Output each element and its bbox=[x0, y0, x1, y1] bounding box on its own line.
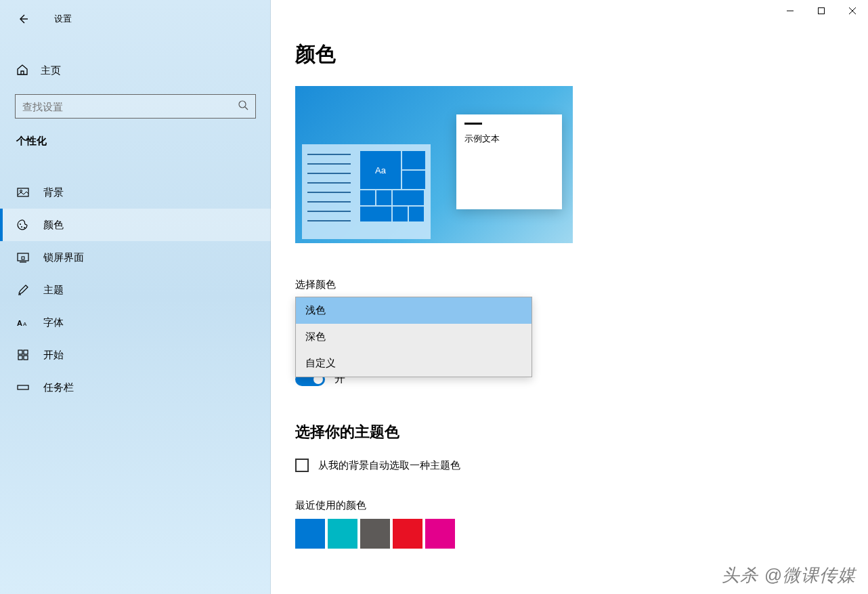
svg-rect-19 bbox=[24, 350, 28, 354]
sidebar-item-themes[interactable]: 主题 bbox=[0, 274, 271, 306]
page-title: 颜色 bbox=[295, 41, 844, 68]
auto-accent-checkbox-row[interactable]: 从我的背景自动选取一种主题色 bbox=[295, 459, 844, 472]
auto-accent-label: 从我的背景自动选取一种主题色 bbox=[318, 459, 460, 472]
svg-point-8 bbox=[20, 190, 22, 192]
minimize-button[interactable] bbox=[775, 0, 806, 22]
lockscreen-icon bbox=[16, 251, 30, 264]
svg-text:A: A bbox=[23, 321, 27, 327]
svg-rect-1 bbox=[819, 8, 825, 14]
sidebar-item-background[interactable]: 背景 bbox=[0, 176, 271, 209]
search-input[interactable] bbox=[15, 94, 256, 119]
sidebar-item-taskbar[interactable]: 任务栏 bbox=[0, 371, 271, 404]
preview-tile-text: Aa bbox=[360, 151, 401, 189]
recent-color-swatches bbox=[295, 519, 844, 549]
color-mode-dropdown[interactable]: 浅色 深色 自定义 bbox=[295, 297, 532, 377]
color-swatch[interactable] bbox=[295, 519, 325, 549]
sidebar-item-label: 开始 bbox=[43, 349, 64, 362]
svg-text:A: A bbox=[17, 319, 22, 327]
color-swatch[interactable] bbox=[425, 519, 455, 549]
svg-rect-13 bbox=[22, 257, 24, 259]
svg-point-11 bbox=[24, 227, 25, 228]
sidebar-item-label: 主题 bbox=[43, 284, 64, 297]
brush-icon bbox=[16, 283, 30, 297]
image-icon bbox=[16, 186, 30, 199]
maximize-button[interactable] bbox=[806, 0, 837, 22]
preview-sample-text: 示例文本 bbox=[464, 133, 554, 145]
category-title: 个性化 bbox=[0, 119, 271, 154]
svg-rect-20 bbox=[18, 356, 22, 360]
dropdown-option-custom[interactable]: 自定义 bbox=[296, 350, 531, 377]
palette-icon bbox=[16, 218, 30, 232]
watermark-text: 头杀 @微课传媒 bbox=[722, 564, 856, 587]
choose-color-label: 选择颜色 bbox=[295, 278, 844, 291]
sidebar-item-label: 任务栏 bbox=[43, 381, 74, 394]
svg-point-5 bbox=[239, 101, 246, 108]
home-icon bbox=[16, 64, 28, 78]
sidebar-item-label: 颜色 bbox=[43, 219, 64, 232]
search-field[interactable] bbox=[22, 101, 238, 112]
svg-line-6 bbox=[245, 107, 248, 110]
app-title: 设置 bbox=[54, 13, 72, 25]
color-swatch[interactable] bbox=[393, 519, 422, 549]
nav-list: 背景 颜色 锁屏界面 主题 AA 字体 开始 bbox=[0, 176, 271, 404]
content-area: 颜色 Aa bbox=[271, 0, 868, 594]
start-icon bbox=[16, 348, 30, 362]
svg-rect-22 bbox=[18, 385, 28, 389]
color-swatch[interactable] bbox=[328, 519, 357, 549]
sidebar: 设置 主页 个性化 背景 颜色 锁 bbox=[0, 0, 271, 594]
font-icon: AA bbox=[16, 316, 30, 329]
sidebar-item-start[interactable]: 开始 bbox=[0, 339, 271, 371]
sidebar-item-label: 字体 bbox=[43, 316, 64, 329]
search-icon bbox=[238, 100, 248, 113]
svg-rect-18 bbox=[18, 350, 22, 354]
svg-point-9 bbox=[20, 224, 21, 225]
dropdown-option-dark[interactable]: 深色 bbox=[296, 324, 531, 350]
color-preview: Aa 示例文本 bbox=[295, 86, 573, 243]
sidebar-item-colors[interactable]: 颜色 bbox=[0, 209, 271, 241]
recent-colors-label: 最近使用的颜色 bbox=[295, 499, 844, 512]
color-swatch[interactable] bbox=[360, 519, 390, 549]
checkbox-icon[interactable] bbox=[295, 459, 309, 472]
home-label: 主页 bbox=[41, 64, 61, 77]
sidebar-item-fonts[interactable]: AA 字体 bbox=[0, 306, 271, 339]
back-button[interactable] bbox=[9, 5, 37, 33]
sidebar-item-lockscreen[interactable]: 锁屏界面 bbox=[0, 241, 271, 274]
sidebar-item-label: 背景 bbox=[43, 186, 64, 199]
sidebar-item-home[interactable]: 主页 bbox=[0, 57, 271, 85]
accent-heading: 选择你的主题色 bbox=[295, 422, 844, 442]
dropdown-option-light[interactable]: 浅色 bbox=[296, 297, 531, 324]
svg-point-10 bbox=[21, 226, 22, 228]
sidebar-item-label: 锁屏界面 bbox=[43, 251, 84, 264]
svg-rect-21 bbox=[24, 356, 28, 360]
close-button[interactable] bbox=[837, 0, 868, 22]
taskbar-icon bbox=[16, 381, 30, 394]
